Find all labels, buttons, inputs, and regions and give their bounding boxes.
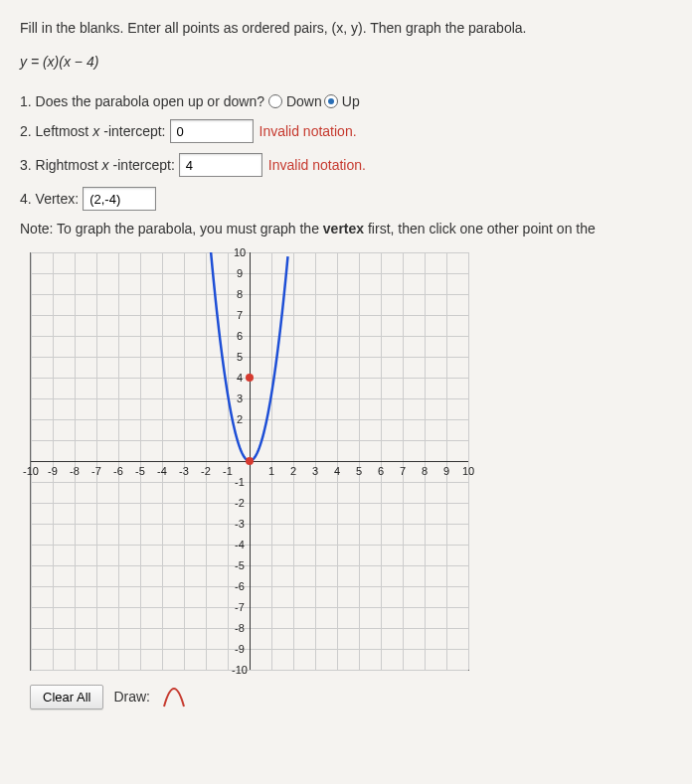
question-4: 4. Vertex: bbox=[20, 187, 672, 211]
y-tick-label: 8 bbox=[237, 288, 243, 300]
y-tick-label: -6 bbox=[235, 580, 245, 592]
q2-error: Invalid notation. bbox=[260, 123, 357, 139]
note-text: Note: To graph the parabola, you must gr… bbox=[20, 221, 672, 236]
x-tick-label: 10 bbox=[462, 465, 474, 477]
draw-label: Draw: bbox=[113, 689, 150, 705]
y-tick-label: 7 bbox=[237, 309, 243, 321]
radio-down[interactable] bbox=[268, 94, 282, 108]
x-tick-label: 5 bbox=[356, 465, 362, 477]
x-tick-label: -10 bbox=[23, 465, 39, 477]
x-tick-label: 3 bbox=[312, 465, 318, 477]
leftmost-intercept-input[interactable] bbox=[170, 119, 254, 143]
radio-up-label: Up bbox=[342, 93, 360, 109]
x-tick-label: 1 bbox=[268, 465, 274, 477]
q4-prefix: 4. Vertex: bbox=[20, 191, 79, 207]
y-tick-label: -9 bbox=[235, 643, 245, 655]
y-tick-label: 2 bbox=[237, 413, 243, 425]
x-tick-label: -9 bbox=[48, 465, 58, 477]
q2-prefix: 2. Leftmost bbox=[20, 123, 88, 139]
q2-var: x bbox=[92, 123, 99, 139]
x-tick-label: 6 bbox=[378, 465, 384, 477]
x-tick-label: 7 bbox=[400, 465, 406, 477]
x-tick-label: -5 bbox=[135, 465, 145, 477]
x-tick-label: -1 bbox=[223, 465, 233, 477]
y-tick-label: -5 bbox=[235, 559, 245, 571]
q3-error: Invalid notation. bbox=[268, 157, 366, 173]
y-tick-label: -3 bbox=[235, 518, 245, 530]
x-tick-label: -7 bbox=[91, 465, 101, 477]
y-tick-label: -7 bbox=[235, 601, 245, 613]
question-3: 3. Rightmost x-intercept: Invalid notati… bbox=[20, 153, 672, 177]
x-tick-label: -6 bbox=[113, 465, 123, 477]
q3-suffix: -intercept: bbox=[113, 157, 175, 173]
graph-area[interactable]: -10-9-8-7-6-5-4-3-2-112345678910-10-9-8-… bbox=[30, 252, 469, 671]
x-tick-label: 2 bbox=[290, 465, 296, 477]
radio-up[interactable] bbox=[324, 94, 338, 108]
y-tick-label: 6 bbox=[237, 330, 243, 342]
y-tick-label: 10 bbox=[234, 246, 246, 258]
radio-group-direction: Down Up bbox=[268, 93, 360, 109]
question-2: 2. Leftmost x-intercept: Invalid notatio… bbox=[20, 119, 672, 143]
rightmost-intercept-input[interactable] bbox=[179, 153, 262, 177]
y-tick-label: -1 bbox=[235, 476, 245, 488]
parabola-tool-icon[interactable] bbox=[160, 683, 188, 710]
x-tick-label: 9 bbox=[443, 465, 449, 477]
q2-suffix: -intercept: bbox=[103, 123, 165, 139]
y-tick-label: 3 bbox=[237, 392, 243, 404]
x-tick-label: -3 bbox=[179, 465, 189, 477]
radio-down-label: Down bbox=[286, 93, 322, 109]
q1-prefix: 1. Does the parabola open up or down? bbox=[20, 93, 264, 109]
y-tick-label: -2 bbox=[235, 497, 245, 509]
y-tick-label: -8 bbox=[235, 622, 245, 634]
q3-var: x bbox=[102, 157, 109, 173]
q3-prefix: 3. Rightmost bbox=[20, 157, 98, 173]
vertex-input[interactable] bbox=[83, 187, 156, 211]
question-1: 1. Does the parabola open up or down? Do… bbox=[20, 93, 672, 109]
y-tick-label: -10 bbox=[232, 664, 248, 676]
equation-text: y = (x)(x − 4) bbox=[20, 54, 672, 70]
y-tick-label: 9 bbox=[237, 267, 243, 279]
x-tick-label: -8 bbox=[70, 465, 80, 477]
y-tick-label: -4 bbox=[235, 539, 245, 550]
x-tick-label: -4 bbox=[157, 465, 167, 477]
x-tick-label: 4 bbox=[334, 465, 340, 477]
x-tick-label: -2 bbox=[201, 465, 211, 477]
clear-all-button[interactable]: Clear All bbox=[30, 685, 103, 709]
y-tick-label: 4 bbox=[237, 372, 243, 384]
y-tick-label: 5 bbox=[237, 351, 243, 363]
graph-toolbar: Clear All Draw: bbox=[30, 683, 672, 710]
instruction-text: Fill in the blanks. Enter all points as … bbox=[20, 20, 672, 36]
x-tick-label: 8 bbox=[422, 465, 428, 477]
